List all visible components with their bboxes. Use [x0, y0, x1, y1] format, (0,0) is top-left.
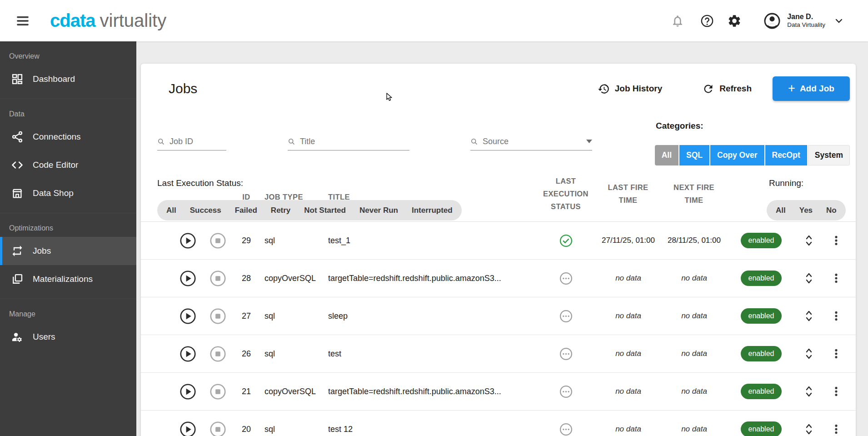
last-fire-time: no data — [595, 349, 661, 358]
gear-icon[interactable] — [727, 14, 742, 28]
reorder-control[interactable] — [795, 421, 823, 436]
sidebar-section: Optimizations Jobs Materializations — [0, 213, 136, 293]
column-header-id[interactable]: ID — [233, 193, 260, 201]
column-header-next-fire-time[interactable]: NEXT FIRE TIME — [669, 181, 719, 206]
run-job-button[interactable] — [173, 308, 203, 325]
category-all[interactable]: All — [655, 145, 678, 165]
refresh-button[interactable]: Refresh — [702, 83, 752, 95]
status-filter-success[interactable]: Success — [183, 200, 228, 221]
run-job-button[interactable] — [173, 270, 203, 287]
category-copy-over[interactable]: Copy Over — [710, 145, 764, 165]
status-filter-all[interactable]: All — [160, 200, 183, 221]
help-icon[interactable] — [700, 14, 714, 28]
job-state-badge: enabled — [741, 421, 782, 436]
play-icon — [180, 308, 196, 325]
job-title: targetTable=redshift.redshift.public.ama… — [324, 260, 536, 297]
stop-job-button[interactable] — [203, 346, 233, 362]
job-id: 26 — [233, 349, 260, 359]
row-menu-button[interactable] — [823, 234, 850, 247]
sidebar-item-dashboard[interactable]: Dashboard — [0, 65, 136, 93]
bell-icon[interactable] — [671, 14, 684, 28]
add-job-button[interactable]: + Add Job — [773, 76, 850, 101]
sidebar-item-users[interactable]: Users — [0, 323, 136, 351]
menu-icon[interactable] — [14, 12, 32, 30]
status-filter-failed[interactable]: Failed — [228, 200, 264, 221]
sidebar-section-label: Manage — [0, 310, 136, 323]
materializations-icon — [11, 273, 24, 286]
kebab-icon — [830, 385, 843, 398]
last-fire-time: no data — [595, 425, 661, 434]
last-execution-status-filter-label: Last Execution Status: — [157, 178, 243, 188]
stop-job-button[interactable] — [203, 383, 233, 400]
job-id: 27 — [233, 311, 260, 321]
reorder-control[interactable] — [795, 346, 823, 361]
job-id-input[interactable] — [169, 136, 226, 147]
user-menu[interactable]: Jane D. Data Virtuality — [787, 12, 825, 29]
last-fire-time: 27/11/25, 01:00 — [595, 236, 661, 245]
row-menu-button[interactable] — [823, 385, 850, 398]
run-job-button[interactable] — [173, 421, 203, 436]
job-title: test 12 — [324, 411, 536, 436]
status-filter-interrupted[interactable]: Interrupted — [405, 200, 459, 221]
category-recopt[interactable]: RecOpt — [765, 145, 807, 165]
next-fire-time: no data — [661, 274, 727, 283]
sidebar-section: Manage Users — [0, 299, 136, 351]
title-input[interactable] — [299, 136, 409, 147]
page-title: Jobs — [169, 81, 197, 96]
running-filter-yes[interactable]: Yes — [793, 200, 819, 221]
sidebar-item-materializations[interactable]: Materializations — [0, 265, 136, 293]
category-sql[interactable]: SQL — [679, 145, 709, 165]
status-filter-retry[interactable]: Retry — [264, 200, 297, 221]
stop-job-button[interactable] — [203, 421, 233, 436]
stop-icon — [210, 232, 226, 249]
sidebar-item-connections[interactable]: Connections — [0, 123, 136, 151]
row-menu-button[interactable] — [823, 272, 850, 285]
sidebar-item-code-editor[interactable]: Code Editor — [0, 151, 136, 179]
status-filter-not-started[interactable]: Not Started — [297, 200, 353, 221]
source-input[interactable] — [482, 136, 583, 147]
sidebar-item-data-shop[interactable]: Data Shop — [0, 179, 136, 207]
sidebar-item-label: Jobs — [33, 246, 51, 256]
jobs-page-card: Jobs Job History Refresh + Add Job — [141, 64, 856, 436]
job-id: 20 — [233, 425, 260, 434]
pending-dots-icon — [536, 272, 595, 285]
kebab-icon — [830, 234, 843, 247]
column-header-last-execution-status[interactable]: LAST EXECUTION STATUS — [539, 175, 593, 213]
category-system[interactable]: System — [808, 145, 850, 165]
status-filter-group: All Success Failed Retry Not Started Nev… — [157, 200, 462, 221]
job-type: copyOverSQL — [260, 387, 324, 396]
plus-icon: + — [788, 82, 795, 95]
column-header-job-type[interactable]: JOB TYPE — [264, 193, 303, 201]
success-check-icon — [536, 234, 595, 247]
run-job-button[interactable] — [173, 232, 203, 249]
stop-icon — [210, 421, 226, 436]
dashboard-icon — [11, 73, 24, 85]
column-header-last-fire-time[interactable]: LAST FIRE TIME — [603, 181, 653, 206]
reorder-control[interactable] — [795, 384, 823, 399]
next-fire-time: no data — [661, 311, 727, 321]
reorder-control[interactable] — [795, 308, 823, 324]
job-title: targetTable=redshift.redshift.public.ama… — [324, 373, 536, 410]
job-history-button[interactable]: Job History — [598, 83, 663, 95]
stop-job-button[interactable] — [203, 308, 233, 325]
reorder-control[interactable] — [795, 233, 823, 248]
row-menu-button[interactable] — [823, 347, 850, 360]
stop-job-button[interactable] — [203, 270, 233, 287]
row-menu-button[interactable] — [823, 310, 850, 322]
avatar-icon[interactable] — [763, 11, 782, 30]
status-filter-never-run[interactable]: Never Run — [353, 200, 405, 221]
run-job-button[interactable] — [173, 383, 203, 400]
row-menu-button[interactable] — [823, 423, 850, 436]
reorder-control[interactable] — [795, 271, 823, 286]
sidebar-item-jobs[interactable]: Jobs — [0, 237, 136, 265]
run-job-button[interactable] — [173, 346, 203, 362]
chevron-down-icon[interactable] — [833, 15, 844, 26]
stop-job-button[interactable] — [203, 232, 233, 249]
running-filter-all[interactable]: All — [769, 200, 793, 221]
dropdown-caret-icon[interactable] — [586, 140, 592, 143]
running-filter-no[interactable]: No — [819, 200, 843, 221]
job-type: sql — [260, 349, 324, 359]
play-icon — [180, 270, 196, 287]
sidebar-item-label: Materializations — [33, 274, 93, 284]
column-header-title[interactable]: TITLE — [328, 193, 350, 201]
